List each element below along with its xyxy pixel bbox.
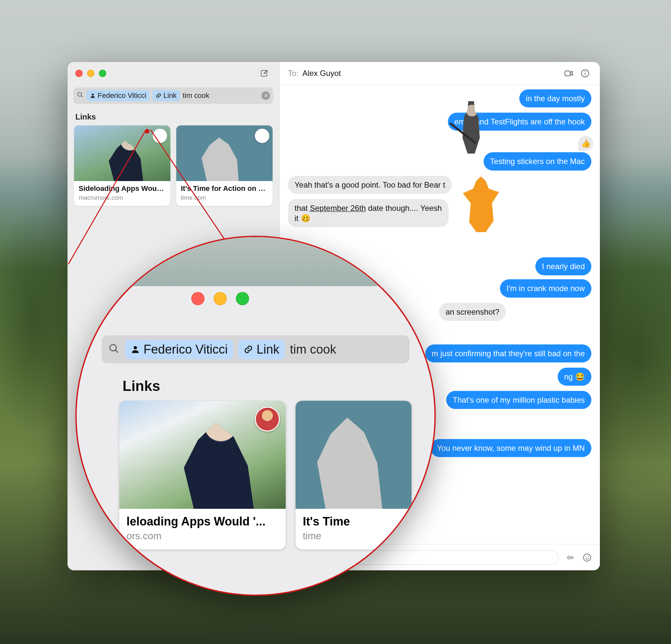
search-token-person-label: Federico Viticci	[98, 91, 147, 100]
link-domain: ors.com	[126, 530, 278, 542]
svg-point-17	[110, 345, 116, 351]
window-close-button[interactable]	[75, 70, 83, 77]
traffic-lights	[191, 292, 249, 305]
sender-avatar	[153, 129, 167, 143]
emoji-picker-button[interactable]	[582, 552, 593, 563]
link-title: It's Time for Action on Pri...	[181, 184, 268, 193]
link-thumbnail	[74, 125, 170, 181]
svg-point-1	[78, 92, 81, 96]
link-title: It's Time	[303, 515, 404, 528]
audio-message-button[interactable]	[565, 552, 576, 563]
window-zoom-button[interactable]	[236, 292, 249, 305]
message-incoming[interactable]: Yeah that's a good point. Too bad for Be…	[288, 176, 452, 194]
message-outgoing[interactable]: That's one of my million plastic babies	[446, 391, 591, 409]
message-outgoing[interactable]: ng 😂	[558, 368, 591, 386]
link-icon	[243, 345, 253, 354]
svg-point-15	[585, 556, 586, 557]
search-token-person-label: Federico Viticci	[143, 343, 228, 357]
link-result-card[interactable]: It's Time for Action on Pri... time.com	[176, 125, 273, 206]
search-field[interactable]: Federico Viticci Link tim cook	[102, 335, 409, 363]
to-label: To:	[288, 69, 299, 78]
message-outgoing[interactable]: I nearly died	[535, 257, 591, 275]
search-field[interactable]: Federico Viticci Link tim cook ✕	[73, 87, 273, 104]
person-icon	[130, 345, 140, 354]
message-outgoing[interactable]: You never know, some may wind up in MN	[431, 439, 591, 457]
magnifier-callout: Federico Viticci Link tim cook Links lel…	[75, 236, 436, 596]
link-thumbnail	[119, 401, 286, 509]
compose-button[interactable]	[257, 66, 271, 80]
svg-rect-4	[565, 71, 570, 76]
svg-point-14	[583, 554, 591, 561]
message-incoming[interactable]: that September 26th date though.... Yees…	[288, 199, 448, 227]
search-token-kind-label: Link	[164, 91, 177, 100]
search-token-kind[interactable]: Link	[152, 90, 180, 101]
tapback-thumbs-up[interactable]: 👍	[578, 136, 593, 151]
link-results: leloading Apps Would '... ors.com It's T…	[119, 401, 412, 549]
link-result-card[interactable]: leloading Apps Would '... ors.com	[119, 401, 286, 549]
search-icon	[108, 343, 120, 356]
traffic-lights	[75, 70, 106, 77]
search-token-kind[interactable]: Link	[238, 340, 285, 359]
results-section-label: Links	[75, 112, 271, 121]
window-minimize-button[interactable]	[87, 70, 94, 77]
link-result-card[interactable]: Sideloading Apps Would '... macrumors.co…	[74, 125, 170, 206]
person-icon	[90, 93, 96, 99]
message-outgoing[interactable]: in the day mostly	[519, 89, 591, 107]
callout-anchor	[145, 129, 149, 133]
recipient-name[interactable]: Alex Guyot	[302, 69, 559, 78]
svg-point-3	[92, 94, 94, 95]
link-domain: macrumors.com	[79, 194, 166, 201]
search-token-person[interactable]: Federico Viticci	[125, 340, 233, 359]
search-token-kind-label: Link	[256, 343, 279, 357]
message-incoming[interactable]: an screenshot?	[439, 303, 506, 321]
link-result-card[interactable]: It's Time time	[295, 401, 412, 549]
svg-point-19	[134, 346, 137, 349]
link-thumbnail	[295, 401, 412, 509]
sender-avatar	[255, 407, 280, 432]
search-token-person[interactable]: Federico Viticci	[87, 90, 150, 101]
facetime-button[interactable]	[562, 67, 575, 79]
window-titlebar	[67, 62, 279, 85]
search-query-text: tim cook	[182, 91, 259, 100]
message-outgoing[interactable]: I'm in crank mode now	[500, 279, 591, 297]
svg-point-7	[585, 71, 586, 72]
link-icon	[156, 93, 162, 99]
message-outgoing[interactable]: email and TestFlights are off the hook	[448, 113, 591, 131]
link-title: leloading Apps Would '...	[126, 515, 278, 528]
sender-avatar	[255, 129, 269, 143]
results-section-label: Links	[123, 378, 160, 394]
link-domain: time.com	[181, 194, 268, 201]
search-query-text: tim cook	[290, 343, 336, 357]
search-icon	[77, 91, 84, 100]
window-close-button[interactable]	[191, 292, 204, 305]
clear-search-button[interactable]: ✕	[262, 91, 270, 100]
message-outgoing[interactable]: Testing stickers on the Mac	[484, 152, 591, 170]
svg-line-2	[81, 96, 83, 98]
link-thumbnail	[176, 125, 273, 181]
window-zoom-button[interactable]	[99, 70, 106, 77]
link-title: Sideloading Apps Would '...	[79, 184, 166, 193]
link-results: Sideloading Apps Would '... macrumors.co…	[67, 125, 279, 206]
message-outgoing[interactable]: m just confirming that they're still bad…	[425, 345, 591, 362]
detected-date[interactable]: September 26th	[310, 204, 366, 212]
window-minimize-button[interactable]	[214, 292, 227, 305]
conversation-header: To: Alex Guyot	[279, 62, 600, 85]
svg-point-16	[588, 556, 589, 557]
svg-line-18	[116, 350, 118, 353]
info-button[interactable]	[579, 67, 591, 79]
